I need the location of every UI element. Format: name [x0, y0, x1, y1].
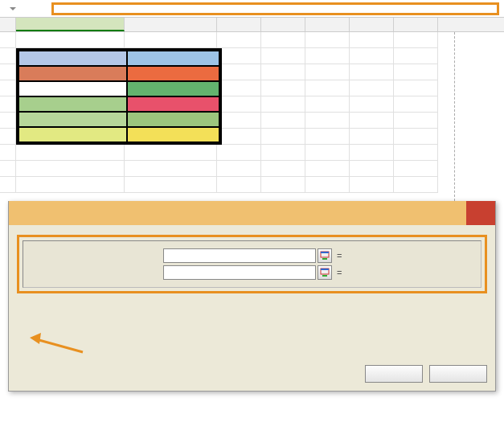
arguments-highlight-box: = =	[17, 235, 487, 293]
table-row	[18, 96, 219, 112]
col-header-F[interactable]	[305, 18, 350, 31]
table-row	[18, 66, 219, 81]
table-row	[18, 81, 219, 96]
column-headers	[0, 18, 504, 32]
arg-input-link-location[interactable]	[163, 248, 316, 263]
page-break-line	[454, 32, 455, 201]
dialog-footer	[9, 362, 495, 391]
col-header-A[interactable]	[0, 18, 16, 31]
col-header-E[interactable]	[261, 18, 305, 31]
cell-service-ground[interactable]	[18, 66, 127, 81]
dialog-close-icon[interactable]	[466, 201, 495, 225]
cell-revenue-1[interactable]	[127, 81, 219, 96]
col-header-B[interactable]	[16, 18, 125, 31]
annotation-arrow-icon	[28, 333, 84, 355]
cell-editing-formula[interactable]	[18, 81, 127, 96]
cancel-button[interactable]	[429, 365, 487, 383]
cell-revenue-0[interactable]	[127, 66, 219, 81]
formula-result	[17, 333, 487, 355]
cell-revenue-2[interactable]	[127, 96, 219, 112]
arg-input-friendly-name[interactable]	[163, 265, 316, 280]
svg-rect-1	[321, 252, 329, 253]
svg-rect-4	[321, 269, 329, 270]
dialog-help-icon[interactable]	[437, 201, 466, 225]
table-row	[18, 112, 219, 127]
svg-rect-5	[322, 275, 327, 277]
col-header-G[interactable]	[350, 18, 394, 31]
arg-row-friendly-name: =	[28, 265, 476, 280]
svg-rect-2	[322, 258, 327, 260]
table-header-revenue[interactable]	[127, 51, 219, 66]
arg-row-link-location: =	[28, 248, 476, 263]
col-header-H[interactable]	[394, 18, 438, 31]
collapse-dialog-icon[interactable]	[318, 248, 332, 263]
equals-icon: =	[332, 268, 346, 277]
table-header-service-level[interactable]	[18, 51, 127, 66]
argument-description	[17, 301, 487, 314]
function-arguments-dialog: = =	[8, 201, 496, 392]
collapse-dialog-icon[interactable]	[318, 265, 332, 280]
data-table	[16, 48, 222, 145]
formula-bar-input[interactable]	[51, 2, 499, 15]
cell-revenue-3[interactable]	[127, 112, 219, 127]
worksheet-grid[interactable]	[0, 32, 504, 193]
cell-service-2day[interactable]	[18, 96, 127, 112]
table-row	[18, 127, 219, 142]
dialog-titlebar[interactable]	[9, 201, 495, 225]
name-box-dropdown-icon[interactable]	[10, 7, 16, 10]
equals-icon: =	[332, 251, 346, 260]
cell-service-overnight[interactable]	[18, 112, 127, 127]
ok-button[interactable]	[365, 365, 423, 383]
svg-marker-6	[30, 333, 41, 344]
col-header-C[interactable]	[125, 18, 217, 31]
col-header-D[interactable]	[217, 18, 261, 31]
cell-service-priority[interactable]	[18, 127, 127, 142]
cell-revenue-4[interactable]	[127, 127, 219, 142]
name-and-formula-bar	[0, 0, 504, 18]
